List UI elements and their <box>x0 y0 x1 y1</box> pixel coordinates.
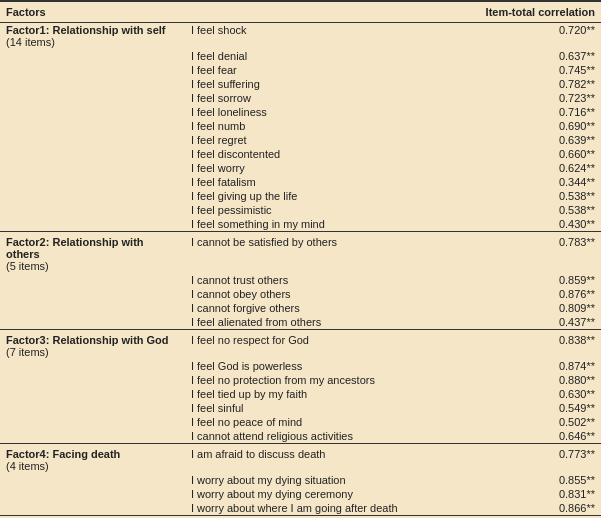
item-text-0-12: I feel pessimistic <box>185 203 447 217</box>
correlation-2-1: 0.874** <box>447 359 601 373</box>
factor-name-1 <box>0 273 185 287</box>
item-text-2-3: I feel tied up by my faith <box>185 387 447 401</box>
correlation-0-7: 0.639** <box>447 133 601 147</box>
correlation-2-3: 0.630** <box>447 387 601 401</box>
factor-name-2 <box>0 373 185 387</box>
correlation-2-2: 0.880** <box>447 373 601 387</box>
factor-name-0: Factor1: Relationship with self(14 items… <box>0 23 185 50</box>
item-text-0-6: I feel numb <box>185 119 447 133</box>
factor-name-0 <box>0 91 185 105</box>
item-text-0-10: I feel fatalism <box>185 175 447 189</box>
factor-name-0 <box>0 147 185 161</box>
item-text-2-5: I feel no peace of mind <box>185 415 447 429</box>
col-header-factors: Factors <box>0 1 185 23</box>
factor-name-2 <box>0 387 185 401</box>
item-text-2-1: I feel God is powerless <box>185 359 447 373</box>
item-text-0-9: I feel worry <box>185 161 447 175</box>
item-text-1-4: I feel alienated from others <box>185 315 447 330</box>
item-text-1-1: I cannot trust others <box>185 273 447 287</box>
factor-name-0 <box>0 217 185 232</box>
item-text-1-3: I cannot forgive others <box>185 301 447 315</box>
correlation-0-13: 0.430** <box>447 217 601 232</box>
factor-name-0 <box>0 119 185 133</box>
correlation-0-6: 0.690** <box>447 119 601 133</box>
item-text-3-2: I worry about my dying ceremony <box>185 487 447 501</box>
correlation-1-1: 0.859** <box>447 273 601 287</box>
main-table: Factors Item-total correlation Factor1: … <box>0 0 601 518</box>
item-text-1-0: I cannot be satisfied by others <box>185 232 447 274</box>
correlation-3-0: 0.773** <box>447 444 601 474</box>
item-text-3-1: I worry about my dying situation <box>185 473 447 487</box>
correlation-2-6: 0.646** <box>447 429 601 444</box>
factor-name-1 <box>0 301 185 315</box>
factor-name-0 <box>0 105 185 119</box>
item-text-1-2: I cannot obey others <box>185 287 447 301</box>
correlation-0-10: 0.344** <box>447 175 601 189</box>
correlation-0-0: 0.720** <box>447 23 601 50</box>
correlation-1-3: 0.809** <box>447 301 601 315</box>
correlation-0-1: 0.637** <box>447 49 601 63</box>
factor-name-0 <box>0 77 185 91</box>
correlation-0-2: 0.745** <box>447 63 601 77</box>
factor-name-0 <box>0 161 185 175</box>
correlation-1-2: 0.876** <box>447 287 601 301</box>
factor-name-1 <box>0 287 185 301</box>
item-text-2-4: I feel sinful <box>185 401 447 415</box>
item-text-0-13: I feel something in my mind <box>185 217 447 232</box>
item-text-0-7: I feel regret <box>185 133 447 147</box>
factor-name-3 <box>0 501 185 516</box>
item-text-2-0: I feel no respect for God <box>185 330 447 360</box>
factor-name-3 <box>0 487 185 501</box>
correlation-2-5: 0.502** <box>447 415 601 429</box>
col-header-items <box>185 1 447 23</box>
factor-name-2 <box>0 401 185 415</box>
item-text-3-0: I am afraid to discuss death <box>185 444 447 474</box>
item-text-0-2: I feel fear <box>185 63 447 77</box>
factor-name-0 <box>0 63 185 77</box>
factor-name-1: Factor2: Relationship with others(5 item… <box>0 232 185 274</box>
factor-name-2 <box>0 429 185 444</box>
correlation-0-9: 0.624** <box>447 161 601 175</box>
item-text-0-5: I feel loneliness <box>185 105 447 119</box>
correlation-3-3: 0.866** <box>447 501 601 516</box>
correlation-0-12: 0.538** <box>447 203 601 217</box>
correlation-2-0: 0.838** <box>447 330 601 360</box>
item-text-0-4: I feel sorrow <box>185 91 447 105</box>
item-text-0-0: I feel shock <box>185 23 447 50</box>
correlation-0-5: 0.716** <box>447 105 601 119</box>
factor-name-1 <box>0 315 185 330</box>
item-text-0-1: I feel denial <box>185 49 447 63</box>
table-container: Factors Item-total correlation Factor1: … <box>0 0 601 518</box>
factor-name-0 <box>0 133 185 147</box>
factor-name-2 <box>0 415 185 429</box>
item-text-2-2: I feel no protection from my ancestors <box>185 373 447 387</box>
factor-name-0 <box>0 175 185 189</box>
correlation-0-11: 0.538** <box>447 189 601 203</box>
correlation-1-0: 0.783** <box>447 232 601 274</box>
correlation-0-4: 0.723** <box>447 91 601 105</box>
item-text-0-8: I feel discontented <box>185 147 447 161</box>
correlation-2-4: 0.549** <box>447 401 601 415</box>
item-text-0-11: I feel giving up the life <box>185 189 447 203</box>
factor-name-0 <box>0 189 185 203</box>
factor-name-3: Factor4: Facing death(4 items) <box>0 444 185 474</box>
correlation-0-8: 0.660** <box>447 147 601 161</box>
item-text-0-3: I feel suffering <box>185 77 447 91</box>
correlation-3-1: 0.855** <box>447 473 601 487</box>
correlation-0-3: 0.782** <box>447 77 601 91</box>
factor-name-3 <box>0 473 185 487</box>
item-text-2-6: I cannot attend religious activities <box>185 429 447 444</box>
correlation-3-2: 0.831** <box>447 487 601 501</box>
correlation-1-4: 0.437** <box>447 315 601 330</box>
col-header-correlation: Item-total correlation <box>447 1 601 23</box>
factor-name-0 <box>0 203 185 217</box>
item-text-3-3: I worry about where I am going after dea… <box>185 501 447 516</box>
factor-name-0 <box>0 49 185 63</box>
factor-name-2 <box>0 359 185 373</box>
factor-name-2: Factor3: Relationship with God(7 items) <box>0 330 185 360</box>
